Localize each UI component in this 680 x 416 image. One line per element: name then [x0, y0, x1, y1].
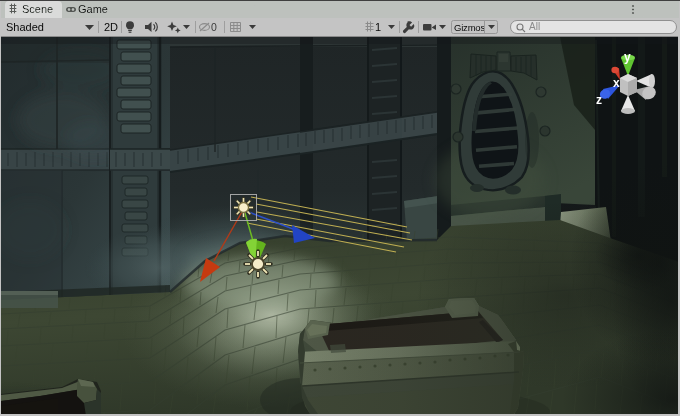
svg-text:0: 0 [211, 21, 217, 33]
svg-text:z: z [596, 93, 602, 107]
svg-text:x: x [613, 76, 620, 90]
svg-text:y: y [624, 50, 631, 64]
